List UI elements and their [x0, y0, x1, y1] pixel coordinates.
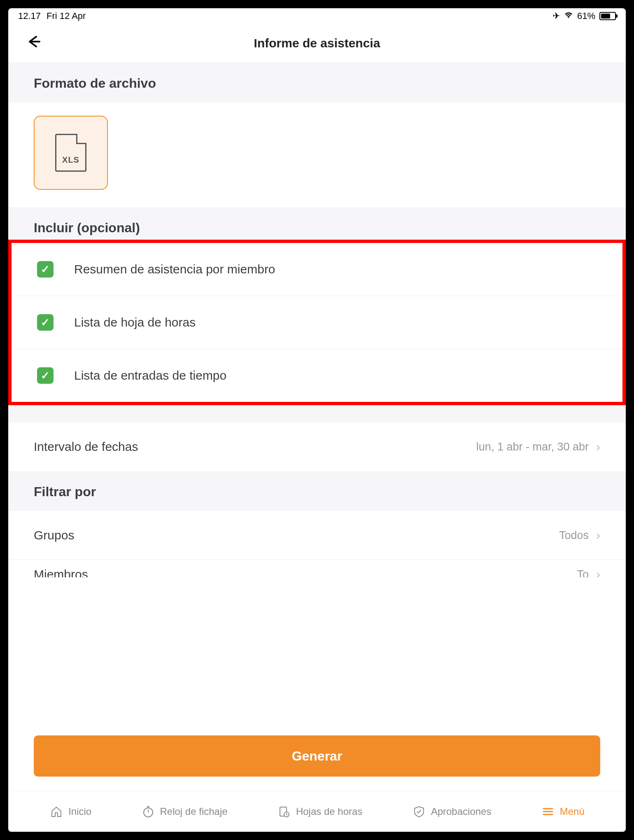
chevron-right-icon: ›: [596, 528, 600, 542]
filter-groups-row[interactable]: Grupos Todos ›: [8, 511, 626, 560]
airplane-icon: ✈: [552, 11, 560, 21]
xls-label: XLS: [62, 155, 79, 165]
chevron-right-icon: ›: [596, 567, 600, 577]
include-options-highlight: ✓ Resumen de asistencia por miembro ✓ Li…: [8, 240, 626, 405]
battery-percent: 61%: [577, 11, 595, 21]
tab-menu-label: Menú: [560, 806, 585, 817]
status-time: 12.17: [18, 11, 41, 21]
date-range-value: lun, 1 abr - mar, 30 abr: [476, 441, 589, 453]
include-option-summary[interactable]: ✓ Resumen de asistencia por miembro: [12, 243, 622, 296]
chevron-right-icon: ›: [596, 440, 600, 454]
generate-section: Generar: [8, 727, 626, 791]
file-format-area: XLS: [8, 103, 626, 207]
tab-home-label: Inicio: [68, 806, 91, 817]
checkbox-checked-icon[interactable]: ✓: [37, 367, 54, 384]
tab-menu[interactable]: Menú: [541, 805, 585, 819]
tab-clock[interactable]: Reloj de fichaje: [141, 805, 228, 819]
tab-approvals[interactable]: Aprobaciones: [412, 805, 492, 819]
status-bar: 12.17 Fri 12 Apr ✈ 61%: [8, 8, 626, 24]
status-date: Fri 12 Apr: [47, 11, 86, 21]
tab-bar: Inicio Reloj de fichaje Hojas de horas A…: [8, 791, 626, 832]
section-filter-by: Filtrar por: [8, 471, 626, 511]
timesheet-icon: [277, 805, 291, 819]
include-option-time-entries[interactable]: ✓ Lista de entradas de tiempo: [12, 349, 622, 402]
shield-check-icon: [412, 805, 426, 819]
stopwatch-icon: [141, 805, 155, 819]
date-range-label: Intervalo de fechas: [34, 440, 138, 454]
home-icon: [49, 805, 63, 819]
battery-icon: [599, 12, 616, 20]
include-option-label: Lista de entradas de tiempo: [74, 369, 226, 383]
wifi-icon: [564, 11, 573, 21]
include-option-label: Resumen de asistencia por miembro: [74, 262, 275, 276]
tab-clock-label: Reloj de fichaje: [160, 806, 228, 817]
filter-groups-label: Grupos: [34, 528, 74, 542]
generate-button[interactable]: Generar: [34, 735, 600, 777]
include-option-label: Lista de hoja de horas: [74, 315, 196, 329]
filter-members-row[interactable]: Miembros To ›: [8, 560, 626, 577]
checkbox-checked-icon[interactable]: ✓: [37, 261, 54, 278]
checkbox-checked-icon[interactable]: ✓: [37, 314, 54, 331]
page-title: Informe de asistencia: [8, 36, 626, 50]
date-range-row[interactable]: Intervalo de fechas lun, 1 abr - mar, 30…: [8, 422, 626, 471]
filter-groups-value: Todos: [559, 529, 589, 542]
include-option-timesheet-list[interactable]: ✓ Lista de hoja de horas: [12, 296, 622, 349]
xls-file-icon: XLS: [55, 134, 86, 172]
tab-approvals-label: Aprobaciones: [431, 806, 492, 817]
xls-option[interactable]: XLS: [34, 116, 108, 190]
spacer: [8, 405, 626, 422]
nav-bar: Informe de asistencia: [8, 24, 626, 63]
tab-home[interactable]: Inicio: [49, 805, 91, 819]
menu-icon: [541, 805, 555, 819]
section-file-format: Formato de archivo: [8, 63, 626, 103]
filter-members-value: To: [577, 568, 589, 578]
section-include: Incluir (opcional): [8, 207, 626, 240]
filter-members-label: Miembros: [34, 567, 88, 577]
back-button[interactable]: [25, 33, 41, 53]
tab-timesheets[interactable]: Hojas de horas: [277, 805, 362, 819]
tab-timesheets-label: Hojas de horas: [296, 806, 362, 817]
